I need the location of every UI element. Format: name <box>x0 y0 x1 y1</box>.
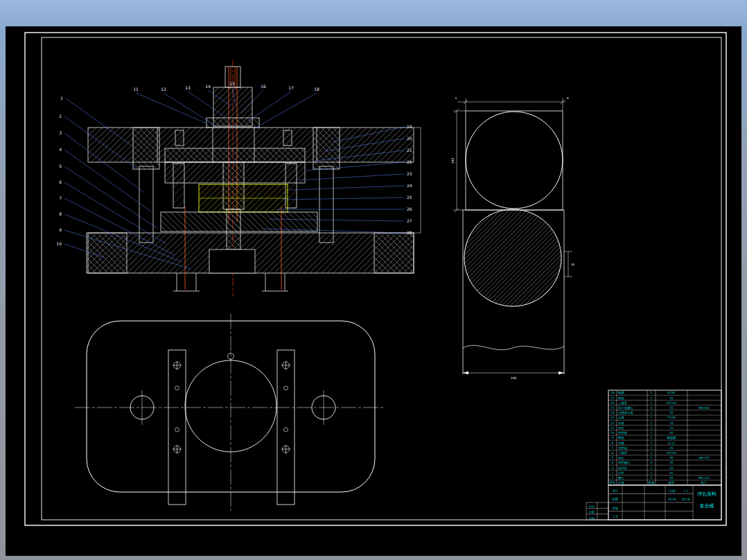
table-cell: 销钉 <box>618 456 624 460</box>
balloon-number: 8 <box>59 211 62 216</box>
table-cell: 2 <box>651 426 653 430</box>
table-cell: 凸模 <box>618 416 624 419</box>
table-cell: 卸料螺钉 <box>618 461 631 464</box>
table-cell: 5 <box>612 456 614 460</box>
balloon-number: 20 <box>407 136 412 141</box>
table-cell: 名称 <box>618 481 624 484</box>
drawing-title-line1: 冲孔落料 <box>697 491 717 497</box>
table-cell: 凸模固定板 <box>618 411 634 414</box>
screw-left <box>175 130 184 146</box>
table-cell: 1 <box>651 451 653 455</box>
table-cell: M6×20 <box>698 476 710 480</box>
balloon-number: 2 <box>59 114 62 119</box>
table-cell: 2 <box>651 456 653 460</box>
balloon-number: 9 <box>59 227 62 232</box>
table-cell: 45 <box>669 396 674 400</box>
dim-label-right: 30 <box>571 263 575 266</box>
shoe-cavity <box>209 250 255 273</box>
table-cell: 1 <box>651 471 653 475</box>
table-cell: 螺钉 <box>618 476 624 480</box>
revision-label: 标记 <box>588 505 595 508</box>
balloon-number: 17 <box>288 85 294 90</box>
table-cell: 1 <box>612 476 614 480</box>
detail-circle-hatched <box>464 209 561 306</box>
table-cell: 垫板 <box>618 396 624 400</box>
table-cell: 12 <box>610 421 615 425</box>
table-cell: 45 <box>669 411 674 414</box>
balloon-number: 26 <box>407 207 412 211</box>
table-cell: HT200 <box>667 401 677 405</box>
guide-bushing-left <box>133 128 159 169</box>
balloon-number: 3 <box>59 130 62 135</box>
table-cell: 1 <box>651 436 653 439</box>
table-cell: 45 <box>669 406 674 410</box>
table-cell: 4 <box>651 461 653 464</box>
table-cell: 45 <box>669 476 674 480</box>
table-cell: 8 <box>612 441 614 445</box>
balloon-number: 19 <box>407 124 412 129</box>
dim-label-left: 145 <box>451 158 455 164</box>
rubber-left <box>173 164 184 208</box>
table-cell: 16 <box>610 401 615 405</box>
title-block-label: 设计 <box>613 489 619 493</box>
table-cell: 45 <box>669 466 674 470</box>
table-cell: 1 <box>651 466 653 470</box>
table-cell: 1 <box>651 416 653 419</box>
table-cell: 14 <box>610 411 615 414</box>
table-cell: 9 <box>612 436 614 439</box>
table-cell: 20 <box>669 421 674 425</box>
drawing-title-line2: 复合模 <box>700 503 714 509</box>
table-cell: 17 <box>610 396 615 400</box>
balloon-number: 7 <box>59 195 62 200</box>
table-cell: 2 <box>612 471 614 475</box>
balloon-number: 14 <box>205 84 211 89</box>
table-cell: 导套 <box>618 421 624 425</box>
table-cell: 4 <box>651 406 653 410</box>
sheet-count: 共1张 <box>668 498 676 501</box>
balloon-number: 24 <box>407 183 412 188</box>
balloon-number: 27 <box>407 218 412 223</box>
revision-label: 日期 <box>589 516 595 520</box>
table-cell: Cr12 <box>668 441 676 445</box>
table-cell: 1 <box>651 411 653 414</box>
guide-bushing-right <box>313 128 340 169</box>
table-cell: HT200 <box>667 451 677 455</box>
table-cell: 橡胶 <box>617 436 624 439</box>
title-block-label: 制图 <box>613 498 619 501</box>
table-cell: 1 <box>651 401 653 405</box>
table-cell: 1 <box>651 431 653 435</box>
dim-label-bottom: 140 <box>511 376 517 380</box>
table-cell: 7 <box>612 446 614 450</box>
table-cell: 导柱 <box>618 426 624 430</box>
backing-plate <box>165 148 305 162</box>
table-cell: 1 <box>651 391 653 394</box>
table-cell: 卸料板 <box>618 431 628 435</box>
table-cell: 挡料销 <box>618 446 628 450</box>
shank-flange <box>206 118 259 128</box>
revision-label: 处数 <box>589 510 595 514</box>
table-cell: 序号 <box>610 481 616 484</box>
cad-viewport[interactable]: 1234567891011121314151617181920212223242… <box>0 0 747 560</box>
title-block-label: 工艺 <box>613 514 619 518</box>
scale-value: 1:1 <box>683 489 688 493</box>
table-cell: 2 <box>651 421 653 425</box>
balloon-number: 13 <box>185 85 191 90</box>
balloon-number: 5 <box>59 164 62 168</box>
table-cell: 凹模 <box>618 441 624 445</box>
balloon-number: 16 <box>261 84 266 89</box>
table-cell: 45 <box>669 461 674 464</box>
balloon-number: 22 <box>407 159 412 164</box>
table-cell: 4 <box>612 461 614 464</box>
table-cell: Q235 <box>667 391 676 394</box>
table-cell: 35 <box>669 456 674 460</box>
table-cell: 3 <box>612 466 614 470</box>
lower-shoe-left-foot <box>88 233 127 273</box>
drawing-sheet[interactable] <box>6 26 741 556</box>
table-cell: 1 <box>651 396 653 400</box>
table-cell: 1 <box>651 446 653 450</box>
balloon-number: 4 <box>59 147 62 152</box>
title-block-label: 审核 <box>613 507 619 510</box>
table-cell: 20 <box>669 426 674 430</box>
table-cell: 推件块 <box>617 466 628 470</box>
table-cell: 13 <box>610 416 615 419</box>
